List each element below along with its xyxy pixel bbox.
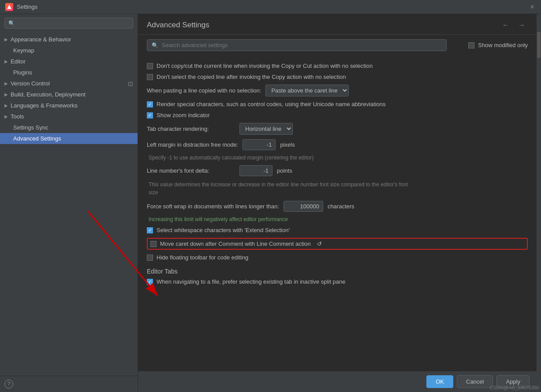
nav-arrows: ← → xyxy=(500,20,528,30)
app-icon xyxy=(5,3,13,11)
dont-select-copied-checkbox[interactable] xyxy=(147,74,153,80)
line-font-delta-label: Line number's font delta: xyxy=(147,167,235,174)
sidebar-item-label: Plugins xyxy=(13,69,32,76)
select-whitespace-row: Select whitespace characters with 'Exten… xyxy=(147,227,528,233)
dont-select-copied-label: Don't select the copied line after invok… xyxy=(157,74,346,80)
when-navigating-checkbox[interactable] xyxy=(147,279,153,285)
sidebar-item-keymap[interactable]: Keymap xyxy=(0,45,138,56)
when-navigating-label-group: When navigating to a file, prefer select… xyxy=(147,278,346,285)
select-whitespace-label-group: Select whitespace characters with 'Exten… xyxy=(147,227,290,233)
tab-rendering-row: Tab character rendering: Horizontal line… xyxy=(147,123,528,135)
settings-window: Settings × 🔍 ▶ Appearance & Behavior Key… xyxy=(0,0,541,392)
show-modified-row[interactable]: Show modified only xyxy=(468,42,528,48)
sidebar-item-label: Appearance & Behavior xyxy=(11,36,71,43)
sidebar-item-label: Languages & Frameworks xyxy=(11,102,78,109)
line-font-delta-hint: This value determines the increase or de… xyxy=(147,181,411,196)
dont-select-copied-row: Don't select the copied line after invok… xyxy=(147,74,528,80)
sidebar-item-label: Version Control xyxy=(11,80,50,87)
render-special-checkbox[interactable] xyxy=(147,101,153,107)
search-bar-row: 🔍 Show modified only xyxy=(138,35,537,55)
soft-wrap-hint: Increasing this limit will negatively af… xyxy=(147,216,528,222)
select-whitespace-checkbox[interactable] xyxy=(147,227,153,233)
watermark: CSDN@m0_59676390 xyxy=(489,385,539,390)
expand-arrow-icon: ▶ xyxy=(4,103,8,108)
dont-copy-cut-row: Don't copy/cut the current line when inv… xyxy=(147,63,528,69)
when-navigating-label: When navigating to a file, prefer select… xyxy=(157,278,346,285)
dont-copy-cut-label-group: Don't copy/cut the current line when inv… xyxy=(147,63,373,69)
settings-content: Don't copy/cut the current line when inv… xyxy=(138,55,537,371)
line-font-delta-input[interactable] xyxy=(239,165,272,176)
sidebar-item-settings-sync[interactable]: Settings Sync xyxy=(0,122,138,133)
hide-floating-label-group: Hide floating toolbar for code editing xyxy=(147,254,248,261)
sidebar-item-advanced-settings[interactable]: Advanced Settings xyxy=(0,133,138,144)
paste-line-row: When pasting a line copied with no selec… xyxy=(147,85,528,96)
page-title: Advanced Settings xyxy=(147,21,209,30)
paste-line-label: When pasting a line copied with no selec… xyxy=(147,87,261,94)
titlebar: Settings × xyxy=(0,0,541,14)
content-search-box[interactable]: 🔍 xyxy=(147,39,447,51)
when-navigating-row: When navigating to a file, prefer select… xyxy=(147,278,528,285)
paste-line-select[interactable]: Paste above the caret line Paste below t… xyxy=(265,85,349,96)
render-special-row: Render special characters, such as contr… xyxy=(147,101,528,107)
sidebar-footer: ? xyxy=(0,376,138,392)
sidebar-item-label: Editor xyxy=(11,58,26,65)
sidebar-item-version-control[interactable]: ▶ Version Control ⊡ xyxy=(0,78,138,89)
hide-floating-label: Hide floating toolbar for code editing xyxy=(157,254,248,261)
show-zoom-row: Show zoom indicator xyxy=(147,112,528,118)
dont-copy-cut-label: Don't copy/cut the current line when inv… xyxy=(157,63,373,69)
expand-arrow-icon: ▶ xyxy=(4,59,8,64)
content-header: Advanced Settings ← → xyxy=(138,14,537,35)
sidebar-item-plugins[interactable]: Plugins xyxy=(0,67,138,78)
hide-floating-checkbox[interactable] xyxy=(147,255,153,261)
ok-button[interactable]: OK xyxy=(426,375,453,388)
show-zoom-label: Show zoom indicator xyxy=(157,112,210,118)
move-caret-row: Move caret down after Comment with Line … xyxy=(147,238,528,250)
help-button[interactable]: ? xyxy=(4,380,13,388)
content-search-input[interactable] xyxy=(162,42,442,48)
forward-button[interactable]: → xyxy=(515,20,528,30)
show-modified-checkbox[interactable] xyxy=(468,42,474,48)
nav-list: ▶ Appearance & Behavior Keymap ▶ Editor … xyxy=(0,32,138,376)
left-margin-unit: pixels xyxy=(280,141,295,148)
sidebar-item-label: Tools xyxy=(11,113,24,120)
soft-wrap-row: Force soft wrap in documents with lines … xyxy=(147,201,528,212)
expand-arrow-icon: ▶ xyxy=(4,81,8,86)
sidebar-item-tools[interactable]: ▶ Tools xyxy=(0,111,138,122)
show-zoom-checkbox[interactable] xyxy=(147,112,153,118)
show-modified-label: Show modified only xyxy=(478,42,528,48)
sidebar-search[interactable]: 🔍 xyxy=(4,18,133,29)
sidebar-item-languages[interactable]: ▶ Languages & Frameworks xyxy=(0,100,138,111)
back-button[interactable]: ← xyxy=(500,20,512,30)
content-area: Advanced Settings ← → 🔍 Show modified on… xyxy=(138,14,537,392)
select-whitespace-label: Select whitespace characters with 'Exten… xyxy=(157,227,290,233)
render-special-label: Render special characters, such as contr… xyxy=(157,101,386,107)
dont-copy-cut-checkbox[interactable] xyxy=(147,63,153,69)
sidebar-item-label: Advanced Settings xyxy=(13,135,61,142)
main-content: 🔍 ▶ Appearance & Behavior Keymap ▶ Edito… xyxy=(0,14,541,392)
expand-arrow-icon: ▶ xyxy=(4,114,8,119)
content-search-icon: 🔍 xyxy=(152,42,158,48)
tab-rendering-select[interactable]: Horizontal line Arrow None xyxy=(239,123,293,135)
left-margin-row: Left margin in distraction free mode: pi… xyxy=(147,139,528,150)
soft-wrap-input[interactable] xyxy=(284,201,323,212)
sidebar-item-label: Keymap xyxy=(13,47,34,54)
dont-select-copied-label-group: Don't select the copied line after invok… xyxy=(147,74,346,80)
close-button[interactable]: × xyxy=(529,4,536,11)
render-special-label-group: Render special characters, such as contr… xyxy=(147,101,386,107)
move-caret-checkbox[interactable] xyxy=(150,241,157,247)
move-caret-label: Move caret down after Comment with Line … xyxy=(160,240,311,247)
cancel-button[interactable]: Cancel xyxy=(457,375,493,388)
sidebar-item-build-exec[interactable]: ▶ Build, Execution, Deployment xyxy=(0,89,138,100)
sidebar-item-editor[interactable]: ▶ Editor xyxy=(0,56,138,67)
left-margin-input[interactable] xyxy=(243,139,276,150)
sidebar-item-appearance[interactable]: ▶ Appearance & Behavior xyxy=(0,34,138,45)
footer: OK Cancel Apply xyxy=(138,371,537,392)
expand-arrow-icon: ▶ xyxy=(4,92,8,97)
left-margin-label: Left margin in distraction free mode: xyxy=(147,141,238,148)
scrollbar[interactable] xyxy=(537,14,541,392)
expand-arrow-icon: ▶ xyxy=(4,37,8,42)
soft-wrap-unit: characters xyxy=(328,203,354,210)
reset-icon[interactable]: ↺ xyxy=(317,240,322,247)
window-icon: ⊡ xyxy=(128,80,133,87)
sidebar-search-input[interactable] xyxy=(18,20,129,26)
